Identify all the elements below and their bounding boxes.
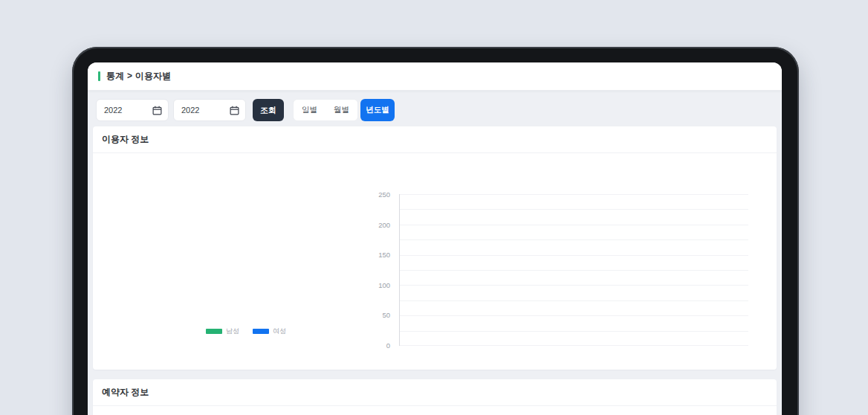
- y-axis-tick: 250: [368, 190, 390, 199]
- y-axis-tick: 100: [368, 281, 390, 290]
- top-bar: 통계 > 이용자별: [88, 62, 782, 91]
- filter-row: 2022 2022 조회 일별: [96, 99, 782, 121]
- male-series-swatch: [206, 329, 222, 334]
- y-axis-tick: 0: [368, 341, 390, 350]
- search-button[interactable]: 조회: [253, 99, 284, 121]
- calendar-icon[interactable]: [152, 106, 162, 115]
- female-series-label: 여성: [273, 326, 286, 336]
- period-tabs-inactive-wrap: 일별 월별: [293, 99, 358, 121]
- user-info-card-header: 이용자 정보: [93, 126, 777, 153]
- chart-legend: 남성 여성: [206, 326, 286, 336]
- tab-daily[interactable]: 일별: [294, 100, 326, 120]
- start-year-value: 2022: [104, 106, 122, 115]
- breadcrumb-accent-bar: [98, 71, 100, 81]
- tab-monthly[interactable]: 월별: [326, 100, 357, 120]
- breadcrumb: 통계 > 이용자별: [106, 70, 171, 83]
- y-axis-tick: 50: [368, 311, 390, 320]
- y-axis-tick: 150: [368, 251, 390, 260]
- app-screen: 통계 > 이용자별 2022 2022: [88, 62, 782, 415]
- bar-chart-plot-area: [399, 194, 748, 346]
- end-year-value: 2022: [181, 106, 199, 115]
- legend-item-male[interactable]: 남성: [206, 326, 239, 336]
- reservation-info-title: 예약자 정보: [102, 386, 149, 399]
- male-series-label: 남성: [226, 326, 239, 336]
- user-info-title: 이용자 정보: [102, 133, 149, 146]
- female-series-swatch: [253, 329, 269, 334]
- user-info-card: 이용자 정보 남성 여성 250 200 150: [93, 126, 777, 370]
- y-axis-tick: 200: [368, 221, 390, 230]
- legend-item-female[interactable]: 여성: [253, 326, 286, 336]
- end-year-field[interactable]: 2022: [173, 99, 246, 121]
- reservation-info-card: 예약자 정보: [93, 379, 777, 415]
- tablet-device-frame: 통계 > 이용자별 2022 2022: [72, 47, 799, 415]
- user-chart-area: 남성 여성 250 200 150 100 50 0: [93, 153, 777, 370]
- period-tab-group: 일별 월별 년도별: [293, 99, 395, 121]
- tab-yearly[interactable]: 년도별: [360, 99, 395, 121]
- reservation-info-card-header: 예약자 정보: [93, 379, 777, 406]
- start-year-field[interactable]: 2022: [96, 99, 169, 121]
- calendar-icon[interactable]: [230, 106, 239, 115]
